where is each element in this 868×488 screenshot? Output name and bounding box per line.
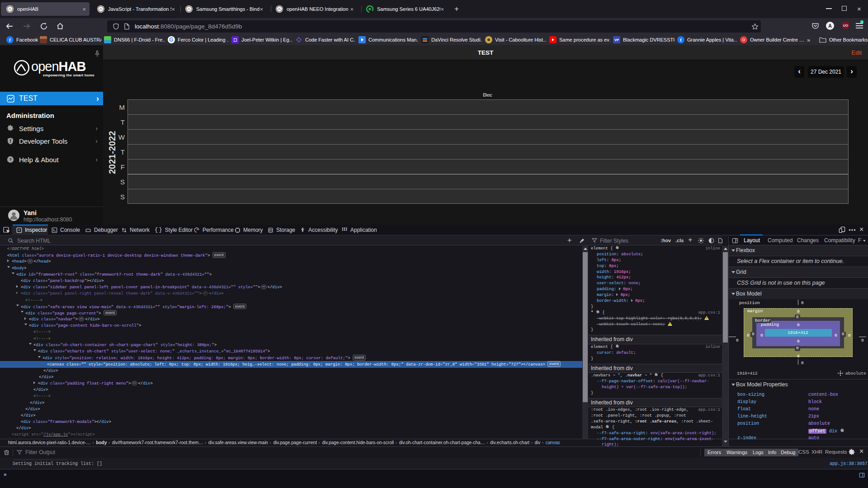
svg-text:?: ? xyxy=(9,157,12,162)
svg-text:A: A xyxy=(828,23,832,28)
svg-text:UO: UO xyxy=(843,23,848,28)
